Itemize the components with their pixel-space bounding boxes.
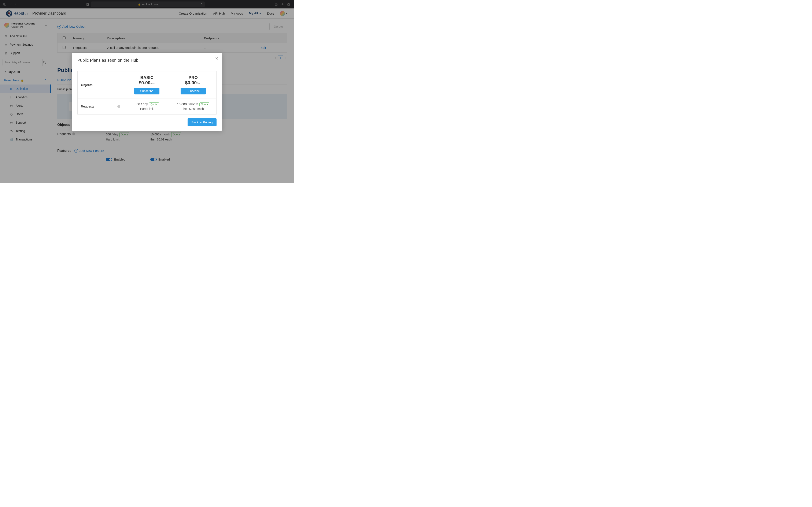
modal-close-button[interactable]: ✕	[215, 56, 218, 61]
plans-modal: ✕ Public Plans as seen on the Hub Object…	[72, 53, 222, 131]
pro-under: then $0.01 each	[173, 107, 213, 110]
basic-under: Hard Limit	[127, 107, 167, 110]
subscribe-pro-button[interactable]: Subscribe	[181, 88, 206, 95]
plan-basic-period: /mo	[150, 82, 155, 85]
modal-title: Public Plans as seen on the Hub	[78, 58, 216, 63]
plans-table: Objects BASIC $0.00/mo Subscribe PRO $0.…	[78, 71, 216, 114]
pro-limit: 10,000 / month	[177, 102, 198, 106]
modal-overlay[interactable]: ✕ Public Plans as seen on the Hub Object…	[0, 0, 294, 183]
plan-pro-period: /mo	[197, 82, 201, 85]
plan-pro-name: PRO	[173, 75, 213, 80]
info-icon[interactable]: i	[117, 105, 120, 108]
basic-limit: 500 / day	[135, 102, 148, 106]
quota-badge: Quota	[199, 103, 209, 106]
back-to-pricing-button[interactable]: Back to Pricing	[188, 118, 216, 126]
quota-badge: Quota	[149, 103, 159, 106]
plan-basic-price: $0.00	[139, 80, 150, 86]
objects-heading-cell: Objects	[78, 71, 124, 99]
subscribe-basic-button[interactable]: Subscribe	[134, 88, 159, 95]
plan-pro-price: $0.00	[185, 80, 197, 86]
requests-label: Requests	[81, 105, 94, 108]
plan-basic-name: BASIC	[127, 75, 167, 80]
